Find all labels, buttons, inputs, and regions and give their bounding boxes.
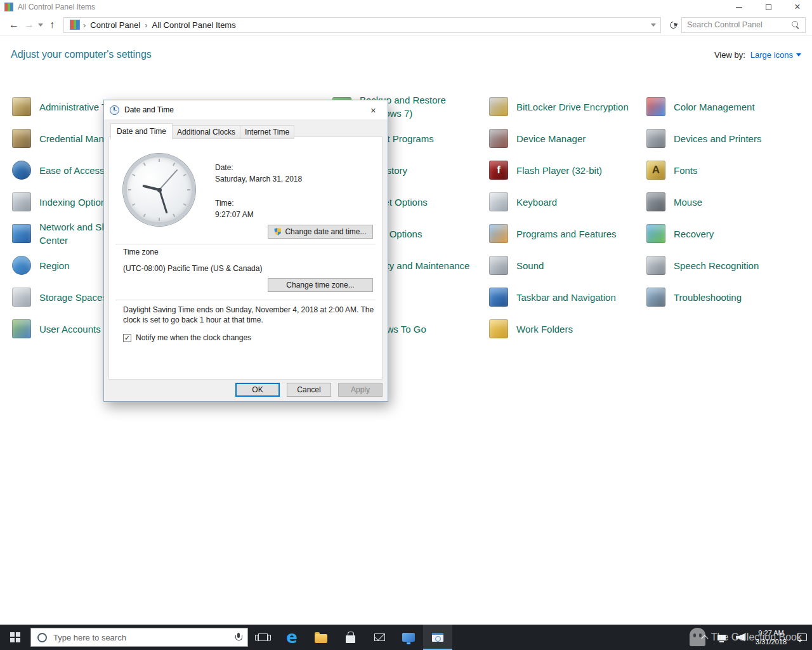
analog-clock bbox=[123, 154, 195, 226]
time-value: 9:27:07 AM bbox=[215, 210, 254, 219]
taskbar-clock[interactable]: 9:27 AM 3/31/2018 bbox=[750, 628, 792, 646]
credential-manager-icon bbox=[12, 129, 31, 148]
cp-item-speech-recognition[interactable]: Speech Recognition bbox=[646, 249, 759, 281]
clock-tick bbox=[159, 159, 160, 162]
edge-icon bbox=[286, 629, 298, 646]
hidden-icons-button[interactable] bbox=[697, 625, 712, 650]
cp-item-taskbar-and-navigation[interactable]: Taskbar and Navigation bbox=[489, 281, 616, 313]
cp-item-label: Speech Recognition bbox=[674, 259, 759, 272]
cp-item-mouse[interactable]: Mouse bbox=[646, 186, 702, 218]
cp-item-color-management[interactable]: Color Management bbox=[646, 91, 755, 123]
mail-button[interactable] bbox=[365, 625, 394, 650]
cp-item-programs-and-features[interactable]: Programs and Features bbox=[489, 218, 617, 249]
cp-item-troubleshooting[interactable]: Troubleshooting bbox=[646, 281, 742, 313]
file-explorer-icon bbox=[315, 634, 327, 643]
blue-app-button[interactable] bbox=[394, 625, 423, 650]
work-folders-icon bbox=[489, 319, 508, 338]
cp-item-label: Color Management bbox=[674, 100, 755, 114]
bitlocker-icon bbox=[489, 97, 508, 116]
clock-minute-hand bbox=[159, 190, 167, 214]
mouse-icon bbox=[646, 192, 665, 211]
cp-item-user-accounts[interactable]: User Accounts bbox=[12, 313, 101, 345]
cancel-button[interactable]: Cancel bbox=[287, 383, 331, 397]
clock-icon bbox=[110, 105, 119, 115]
tab-internet-time[interactable]: Internet Time bbox=[240, 125, 294, 139]
cp-item-label: Storage Spaces bbox=[39, 291, 107, 304]
system-tray: 9:27 AM 3/31/2018 bbox=[697, 625, 812, 650]
time-label: Time: bbox=[215, 199, 234, 208]
control-panel-app-button[interactable] bbox=[423, 625, 452, 650]
network-tray-button[interactable] bbox=[712, 625, 731, 650]
store-icon bbox=[346, 635, 355, 643]
change-time-zone-button[interactable]: Change time zone... bbox=[268, 278, 373, 292]
cp-item-label: Taskbar and Navigation bbox=[516, 291, 616, 304]
cp-item-devices-and-printers[interactable]: Devices and Printers bbox=[646, 123, 761, 154]
fonts-icon: A bbox=[646, 161, 665, 180]
cp-item-label: Devices and Printers bbox=[674, 132, 761, 145]
edge-button[interactable] bbox=[277, 625, 306, 650]
taskbar-search-input[interactable]: Type here to search bbox=[30, 628, 248, 647]
clock-tick bbox=[183, 203, 187, 206]
storage-spaces-icon bbox=[12, 288, 31, 307]
separator bbox=[115, 244, 376, 244]
cp-item-region[interactable]: Region bbox=[12, 249, 70, 281]
taskbar: Type here to search 9:27 AM 3/31/2018 bbox=[0, 625, 812, 650]
tab-additional-clocks[interactable]: Additional Clocks bbox=[172, 125, 240, 139]
cp-item-label: Fonts bbox=[674, 164, 698, 177]
action-center-button[interactable] bbox=[792, 625, 812, 650]
dialog-close-icon[interactable]: × bbox=[359, 101, 388, 119]
store-button[interactable] bbox=[336, 625, 365, 650]
start-button[interactable] bbox=[0, 625, 30, 650]
separator bbox=[115, 300, 376, 300]
microphone-icon[interactable] bbox=[235, 633, 241, 642]
administrative-tools-icon bbox=[12, 97, 31, 116]
checkbox-checked-icon[interactable]: ✓ bbox=[123, 334, 131, 342]
programs-features-icon bbox=[489, 224, 508, 243]
cp-item-label: Sound bbox=[516, 259, 544, 272]
tab-date-and-time[interactable]: Date and Time bbox=[110, 123, 173, 140]
flash-player-icon: f bbox=[489, 161, 508, 180]
apply-button[interactable]: Apply bbox=[338, 383, 383, 397]
cp-item-bitlocker-drive-encryption[interactable]: BitLocker Drive Encryption bbox=[489, 91, 629, 123]
taskbar-time: 9:27 AM bbox=[758, 628, 783, 637]
clock-tick bbox=[128, 189, 131, 190]
region-icon bbox=[12, 256, 31, 275]
cp-item-label: Troubleshooting bbox=[674, 291, 742, 304]
dst-info-text: Daylight Saving Time ends on Sunday, Nov… bbox=[123, 305, 374, 325]
task-view-button[interactable] bbox=[248, 625, 277, 650]
cp-item-storage-spaces[interactable]: Storage Spaces bbox=[12, 281, 107, 313]
cp-item-work-folders[interactable]: Work Folders bbox=[489, 313, 573, 345]
cp-item-recovery[interactable]: Recovery bbox=[646, 218, 714, 249]
cp-item-label: Region bbox=[39, 259, 70, 272]
cp-item-keyboard[interactable]: Keyboard bbox=[489, 186, 557, 218]
clock-second-hand bbox=[159, 169, 178, 190]
volume-tray-button[interactable] bbox=[731, 625, 750, 650]
chevron-up-icon bbox=[701, 635, 708, 642]
clock-hub bbox=[157, 188, 162, 192]
cp-item-fonts[interactable]: AFonts bbox=[646, 154, 698, 186]
change-date-time-button[interactable]: Change date and time... bbox=[268, 225, 373, 239]
cp-item-label: Work Folders bbox=[516, 322, 573, 336]
sound-icon bbox=[489, 256, 508, 275]
device-manager-icon bbox=[489, 129, 508, 148]
change-date-time-label: Change date and time... bbox=[285, 227, 366, 236]
network-icon bbox=[717, 635, 726, 640]
date-and-time-dialog: Date and Time × Date and Time Additional… bbox=[103, 100, 388, 402]
dialog-tabs: Date and Time Additional Clocks Internet… bbox=[110, 123, 294, 139]
file-explorer-button[interactable] bbox=[306, 625, 336, 650]
uac-shield-icon bbox=[274, 228, 281, 235]
dialog-titlebar[interactable]: Date and Time × bbox=[104, 100, 388, 119]
desktop-screen: All Control Panel Items × ← → ↑ › Contro… bbox=[0, 0, 812, 650]
date-label: Date: bbox=[215, 163, 233, 172]
notify-clock-change-checkbox[interactable]: ✓ Notify me when the clock changes bbox=[123, 333, 251, 342]
cp-item-device-manager[interactable]: Device Manager bbox=[489, 123, 586, 154]
cortana-icon bbox=[37, 633, 47, 642]
cp-item-indexing-options[interactable]: Indexing Options bbox=[12, 186, 111, 218]
indexing-options-icon bbox=[12, 192, 31, 211]
ok-button[interactable]: OK bbox=[235, 383, 280, 397]
control-panel-app-icon bbox=[432, 633, 443, 642]
clock-tick bbox=[173, 214, 175, 217]
cp-item-flash-player-32-bit[interactable]: fFlash Player (32-bit) bbox=[489, 154, 602, 186]
taskbar-navigation-icon bbox=[489, 288, 508, 307]
cp-item-sound[interactable]: Sound bbox=[489, 249, 544, 281]
